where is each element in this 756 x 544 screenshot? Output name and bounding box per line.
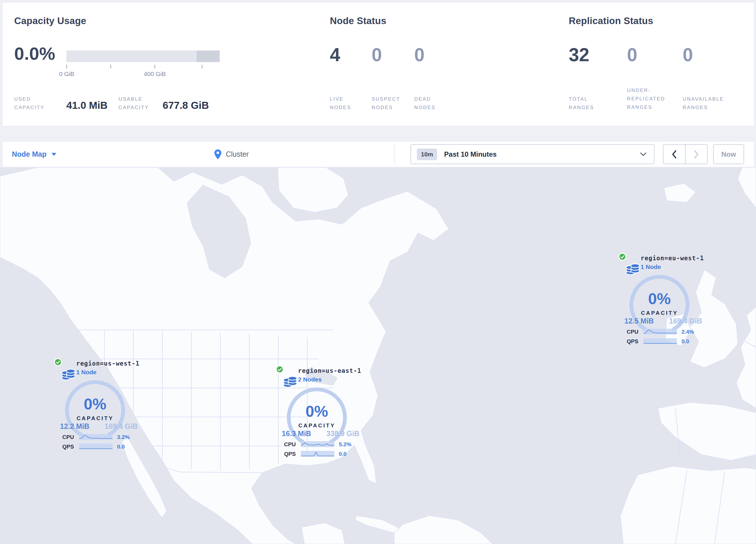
region-node-count: 1 Node [76, 369, 97, 376]
landmass-south-america [394, 516, 493, 544]
caret-down-icon [51, 152, 57, 156]
qps-value: 0.0 [117, 444, 125, 450]
qps-value: 0.0 [339, 451, 346, 457]
region-marker-us-east-1[interactable]: region=us-east-1 2 Nodes 0% CAPACITY 16.… [275, 365, 362, 464]
gauge-label: CAPACITY [283, 423, 350, 429]
gauge-percent: 0% [62, 395, 128, 413]
cpu-sparkline [301, 441, 334, 448]
capacity-usage-title: Capacity Usage [14, 15, 86, 26]
cpu-value: 5.2% [339, 441, 351, 448]
capacity-axis-tick [155, 65, 155, 68]
cpu-label: CPU [284, 441, 298, 448]
map-pin-icon [214, 149, 222, 159]
landmass-scandinavia [738, 167, 756, 208]
qps-label: QPS [62, 444, 76, 450]
qps-sparkline [301, 451, 334, 457]
capacity-values: 12.5 MiB 169.4 GiB [624, 317, 702, 325]
total-capacity: 169.4 GiB [105, 422, 138, 431]
gauge-percent: 0% [283, 402, 350, 420]
time-pager [663, 144, 708, 164]
qps-label: QPS [627, 338, 641, 345]
total-ranges-count: 32 [569, 43, 589, 66]
time-range-dropdown[interactable]: 10m Past 10 Minutes [410, 144, 655, 164]
qps-row: QPS 0.0 [284, 451, 360, 458]
cpu-row: CPU 5.2% [284, 441, 360, 448]
time-range-badge: 10m [417, 148, 437, 160]
node-status-title: Node Status [330, 15, 386, 26]
replication-status-title: Replication Status [569, 15, 653, 26]
check-circle-icon [275, 365, 284, 374]
under-replicated-ranges-label: UNDER-REPLICATED RANGES [627, 86, 682, 111]
unavailable-ranges-label: UNAVAILABLE RANGES [683, 95, 741, 112]
capacity-usage-bar-end-segment [197, 50, 220, 62]
region-node-count: 2 Nodes [298, 376, 322, 383]
capacity-axis-label-400: 400 GiB [137, 70, 172, 77]
used-capacity: 12.5 MiB [624, 317, 654, 325]
breadcrumb[interactable]: Cluster [214, 141, 249, 167]
qps-label: QPS [284, 451, 298, 457]
chevron-down-icon [640, 152, 646, 156]
cpu-value: 3.2% [117, 434, 130, 440]
capacity-axis-label-0: 0 GiB [49, 70, 84, 77]
cpu-sparkline [79, 434, 112, 440]
cpu-label: CPU [627, 329, 641, 335]
suspect-nodes-label: SUSPECT NODES [372, 95, 412, 112]
capacity-values: 12.2 MiB 169.4 GiB [60, 422, 138, 431]
cpu-row: CPU 3.2% [62, 434, 138, 441]
cpu-sparkline [644, 329, 677, 335]
capacity-usage-bar [66, 50, 220, 62]
usable-capacity-label: USABLE CAPACITY [119, 95, 168, 112]
next-time-button[interactable] [686, 145, 707, 164]
cpu-row: CPU 2.4% [627, 329, 703, 336]
qps-sparkline [79, 444, 112, 450]
chevron-left-icon [672, 150, 677, 158]
capacity-axis-tick [110, 65, 111, 68]
cpu-label: CPU [62, 434, 76, 440]
total-capacity: 169.4 GiB [669, 317, 702, 325]
landmass-greenland [278, 167, 348, 212]
gauge-label: CAPACITY [626, 310, 693, 316]
region-marker-eu-west-1[interactable]: region=eu-west-1 1 Node 0% CAPACITY 12.5… [618, 252, 705, 351]
region-label: region=us-west-1 [76, 360, 139, 367]
breadcrumb-cluster-label: Cluster [226, 150, 249, 158]
check-circle-icon [54, 358, 62, 367]
view-selector-dropdown[interactable]: Node Map [12, 141, 57, 167]
used-capacity: 16.3 MiB [282, 429, 311, 438]
live-nodes-label: LIVE NODES [330, 95, 365, 112]
region-marker-us-west-1[interactable]: region=us-west-1 1 Node 0% CAPACITY 12.2… [54, 358, 141, 456]
qps-row: QPS 0.0 [627, 338, 703, 345]
check-circle-icon [618, 252, 627, 261]
landmass-north-africa [620, 466, 756, 544]
region-node-count: 1 Node [641, 263, 661, 270]
node-map: .land { fill:#fbfcfe; stroke:#dde3f2; st… [0, 167, 756, 544]
prev-time-button[interactable] [664, 145, 686, 164]
cockroachdb-node-map-page: { "header": { "capacity": { "title": "Ca… [0, 0, 756, 544]
time-range-label: Past 10 Minutes [444, 150, 497, 158]
view-selector-label: Node Map [12, 150, 46, 158]
chevron-right-icon [694, 150, 699, 158]
gauge-label: CAPACITY [62, 415, 128, 422]
region-label: region=us-east-1 [298, 367, 361, 374]
landmass-iceland [664, 183, 696, 202]
live-nodes-count: 4 [330, 43, 340, 66]
total-ranges-label: TOTAL RANGES [569, 95, 609, 112]
landmass-europe [736, 307, 756, 408]
cpu-value: 2.4% [682, 329, 694, 335]
dead-nodes-count: 0 [414, 43, 425, 66]
landmass-yucatan [301, 523, 345, 544]
total-capacity: 338.9 GiB [326, 429, 359, 438]
unavailable-ranges-count: 0 [683, 43, 693, 66]
under-replicated-ranges-count: 0 [627, 43, 637, 66]
used-capacity-value: 41.0 MiB [66, 99, 108, 111]
landmass-iberia [658, 403, 756, 460]
capacity-values: 16.3 MiB 338.9 GiB [282, 429, 359, 438]
cluster-stats-panel: Capacity Usage 0.0% 0 GiB 400 GiB USED C… [2, 2, 754, 126]
qps-row: QPS 0.0 [62, 443, 138, 450]
world-map: .land { fill:#fbfcfe; stroke:#dde3f2; st… [0, 167, 756, 544]
qps-sparkline [644, 338, 677, 345]
now-button[interactable]: Now [713, 144, 744, 164]
capacity-used-percent: 0.0% [14, 43, 55, 64]
qps-value: 0.0 [682, 338, 689, 345]
map-toolbar: Node Map Cluster 10m Past 10 Minutes [2, 141, 754, 167]
capacity-axis-tick [66, 65, 67, 68]
